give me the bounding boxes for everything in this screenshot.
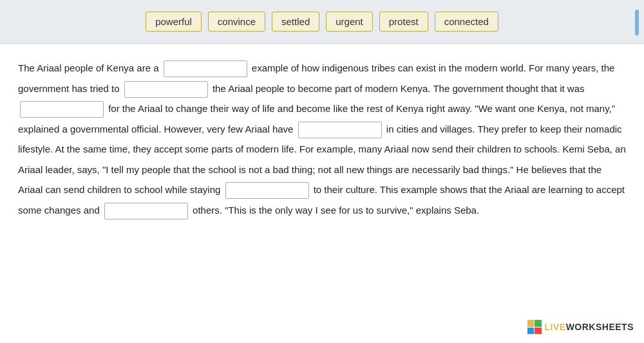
logo-cell-br	[535, 328, 542, 335]
passage-area: The Ariaal people of Kenya are a example…	[0, 44, 644, 239]
word-chip-convince[interactable]: convince	[208, 12, 265, 32]
logo-cell-tl	[527, 320, 535, 327]
passage-text: The Ariaal people of Kenya are a example…	[18, 58, 626, 220]
liveworksheets-branding: LIVEWORKSHEETS	[527, 320, 634, 334]
sentence6-after: others. "This is the only way I see for …	[193, 205, 479, 216]
blank-input-5[interactable]	[225, 182, 309, 199]
sentence2-after: the Ariaal people to become part of mode…	[213, 83, 585, 94]
word-chip-urgent[interactable]: urgent	[326, 12, 373, 32]
word-chip-protest[interactable]: protest	[379, 12, 428, 32]
blank-input-2[interactable]	[124, 81, 208, 98]
liveworksheets-logo	[527, 320, 542, 334]
blank-input-4[interactable]	[298, 122, 382, 138]
scroll-bar	[635, 10, 639, 35]
sentence1-before: The Ariaal people of Kenya are a	[18, 62, 158, 73]
logo-cell-tr	[535, 320, 542, 327]
word-bank: powerful convince settled urgent protest…	[0, 0, 644, 44]
word-chip-powerful[interactable]: powerful	[146, 12, 202, 32]
logo-cell-bl	[527, 328, 535, 335]
branding-text: LIVEWORKSHEETS	[545, 322, 634, 332]
page-wrapper: powerful convince settled urgent protest…	[0, 0, 644, 343]
blank-input-3[interactable]	[20, 101, 104, 118]
blank-input-1[interactable]	[164, 60, 247, 77]
word-chip-settled[interactable]: settled	[272, 12, 319, 32]
blank-input-6[interactable]	[104, 203, 188, 219]
word-chip-connected[interactable]: connected	[435, 12, 498, 32]
